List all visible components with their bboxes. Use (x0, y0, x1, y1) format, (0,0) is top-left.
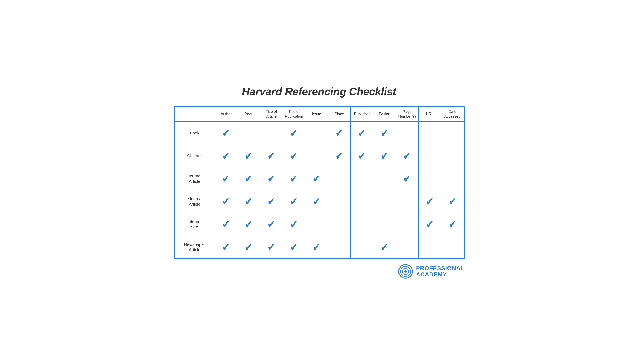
col-header-row-label (174, 107, 215, 122)
table-cell (396, 236, 418, 258)
table-cell: ✔ (418, 213, 441, 236)
table-cell: ✔ (237, 236, 260, 258)
table-cell: ✔ (215, 190, 237, 213)
table-cell: ✔ (237, 213, 260, 236)
table-cell (328, 236, 351, 258)
table-cell (418, 122, 441, 144)
logo-text: PROFESSIONAL ACADEMY (416, 265, 465, 278)
logo-academy: ACADEMY (416, 272, 465, 278)
table-cell: ✔ (351, 122, 373, 144)
table-cell: ✔ (237, 167, 260, 190)
checkmark-icon: ✔ (222, 219, 230, 230)
svg-point-3 (404, 270, 407, 273)
table-cell: ✔ (215, 236, 237, 258)
checkmark-icon: ✔ (449, 196, 456, 207)
table-cell: ✔ (237, 144, 260, 167)
col-header-edition: Edition (373, 107, 396, 122)
checkmark-icon: ✔ (290, 128, 298, 138)
checkmark-icon: ✔ (245, 219, 253, 230)
table-row: InternetSite✔✔✔✔✔✔ (174, 213, 464, 236)
table-cell (373, 190, 396, 213)
checkmark-icon: ✔ (245, 196, 253, 207)
table-cell: ✔ (418, 190, 441, 213)
table-cell (328, 213, 351, 236)
table-cell: ✔ (328, 122, 351, 144)
col-header-author: Author (215, 107, 237, 122)
checkmark-icon: ✔ (222, 150, 230, 161)
table-row: JournalArticle✔✔✔✔✔✔ (174, 167, 464, 190)
checkmark-icon: ✔ (449, 219, 456, 230)
table-cell (305, 213, 328, 236)
table-cell (328, 167, 351, 190)
checkmark-icon: ✔ (313, 173, 320, 184)
table-cell: ✔ (305, 167, 328, 190)
col-header-date-accessed: Date Accessed (441, 107, 464, 122)
table-cell: ✔ (396, 167, 418, 190)
table-cell: ✔ (351, 144, 373, 167)
table-row: Chapter✔✔✔✔✔✔✔✔ (174, 144, 464, 167)
table-cell (351, 213, 373, 236)
checkmark-icon: ✔ (426, 219, 434, 230)
checkmark-icon: ✔ (381, 150, 388, 161)
checkmark-icon: ✔ (358, 150, 366, 161)
row-label: InternetSite (174, 213, 215, 236)
table-row: eJournalArticle✔✔✔✔✔✔✔ (174, 190, 464, 213)
logo-professional: PROFESSIONAL (416, 265, 465, 272)
table-cell: ✔ (283, 213, 305, 236)
col-header-title-publication: Title of Publication (283, 107, 305, 122)
row-label: JournalArticle (174, 167, 215, 190)
table-cell (351, 167, 373, 190)
table-cell: ✔ (328, 144, 351, 167)
col-header-place: Place (328, 107, 351, 122)
table-cell: ✔ (283, 144, 305, 167)
table-cell: ✔ (260, 236, 283, 258)
table-cell: ✔ (441, 190, 464, 213)
checkmark-icon: ✔ (381, 242, 388, 252)
table-cell: ✔ (373, 144, 396, 167)
table-cell: ✔ (260, 144, 283, 167)
table-cell (396, 122, 418, 144)
checkmark-icon: ✔ (313, 196, 320, 207)
row-label: NewspaperArticle (174, 236, 215, 258)
table-cell: ✔ (305, 190, 328, 213)
table-cell (351, 236, 373, 258)
table-cell: ✔ (283, 190, 305, 213)
table-cell: ✔ (215, 213, 237, 236)
checkmark-icon: ✔ (290, 150, 298, 161)
table-cell (441, 122, 464, 144)
checkmark-icon: ✔ (222, 196, 230, 207)
table-cell (441, 144, 464, 167)
table-cell (373, 213, 396, 236)
table-cell: ✔ (283, 122, 305, 144)
col-header-title-article: Title of Article (260, 107, 283, 122)
table-cell: ✔ (283, 236, 305, 258)
col-header-year: Year (237, 107, 260, 122)
page-wrapper: Harvard Referencing Checklist Author Yea… (174, 85, 465, 279)
professional-academy-logo-icon (398, 264, 413, 279)
table-row: Book✔✔✔✔✔ (174, 122, 464, 144)
checkmark-icon: ✔ (381, 128, 388, 138)
table-cell (441, 236, 464, 258)
table-cell: ✔ (215, 122, 237, 144)
table-row: NewspaperArticle✔✔✔✔✔✔ (174, 236, 464, 258)
checkmark-icon: ✔ (290, 196, 298, 207)
checkmark-icon: ✔ (403, 173, 411, 184)
table-cell: ✔ (215, 167, 237, 190)
row-label: eJournalArticle (174, 190, 215, 213)
checklist-table-container: Author Year Title of Article Title of Pu… (174, 106, 465, 260)
checkmark-icon: ✔ (222, 173, 230, 184)
page-title: Harvard Referencing Checklist (174, 85, 465, 98)
table-cell (418, 236, 441, 258)
table-cell (373, 167, 396, 190)
checkmark-icon: ✔ (403, 150, 411, 161)
checkmark-icon: ✔ (267, 219, 275, 230)
checkmark-icon: ✔ (245, 150, 253, 161)
checkmark-icon: ✔ (222, 128, 230, 138)
checkmark-icon: ✔ (358, 128, 366, 138)
table-cell: ✔ (260, 190, 283, 213)
checkmark-icon: ✔ (290, 219, 298, 230)
table-cell (305, 144, 328, 167)
table-cell: ✔ (396, 144, 418, 167)
table-cell (237, 122, 260, 144)
checklist-table: Author Year Title of Article Title of Pu… (174, 107, 464, 259)
